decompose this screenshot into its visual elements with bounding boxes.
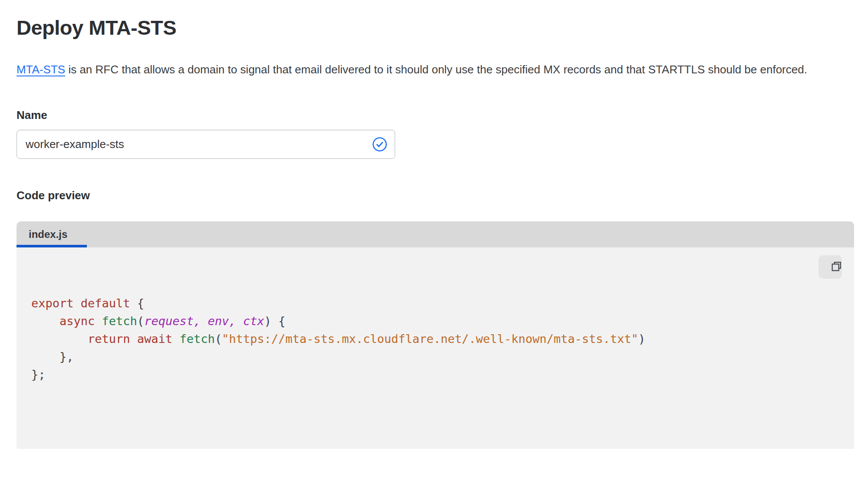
description-text: is an RFC that allows a domain to signal… xyxy=(65,63,807,76)
code-preview-label: Code preview xyxy=(17,188,854,203)
check-circle-icon xyxy=(372,137,387,152)
code-token: }; xyxy=(31,368,46,381)
code-token: }, xyxy=(31,350,74,363)
page-title: Deploy MTA-STS xyxy=(17,16,854,40)
copy-icon xyxy=(818,254,843,280)
tab-label: index.js xyxy=(29,228,67,240)
code-line: return await fetch("https://mta-sts.mx.c… xyxy=(31,330,815,348)
deploy-mta-sts-page: Deploy MTA-STS MTA-STS is an RFC that al… xyxy=(0,16,868,494)
code-token xyxy=(31,314,59,328)
description: MTA-STS is an RFC that allows a domain t… xyxy=(17,60,833,79)
code-token: request, env, ctx xyxy=(144,314,264,328)
code-token: fetch xyxy=(102,314,137,328)
code-token: fetch xyxy=(179,332,215,346)
code-line: }; xyxy=(31,366,815,383)
code-line: }, xyxy=(31,348,815,366)
code-token: ) { xyxy=(264,314,285,328)
tab-index-js[interactable]: index.js xyxy=(17,221,87,247)
code-token: "https://mta-sts.mx.cloudflare.net/.well… xyxy=(222,332,638,346)
mta-sts-link[interactable]: MTA-STS xyxy=(17,63,65,76)
code-token: return await xyxy=(88,332,179,346)
code-token xyxy=(31,332,88,346)
code-lines: export default { async fetch(request, en… xyxy=(31,294,815,383)
code-token: export default xyxy=(31,296,130,310)
name-input[interactable] xyxy=(17,130,395,159)
code-line: export default { xyxy=(31,294,815,312)
code-line: async fetch(request, env, ctx) { xyxy=(31,312,815,330)
code-tab-bar: index.js xyxy=(17,221,854,247)
code-token: ) xyxy=(638,332,645,346)
name-field-wrapper xyxy=(17,130,395,159)
copy-code-button[interactable] xyxy=(818,255,842,279)
code-token: { xyxy=(130,296,145,310)
code-token: async xyxy=(59,314,102,328)
code-token: ( xyxy=(215,332,222,346)
code-preview-block: export default { async fetch(request, en… xyxy=(17,247,854,449)
name-label: Name xyxy=(17,107,854,123)
code-token: ( xyxy=(137,314,144,328)
